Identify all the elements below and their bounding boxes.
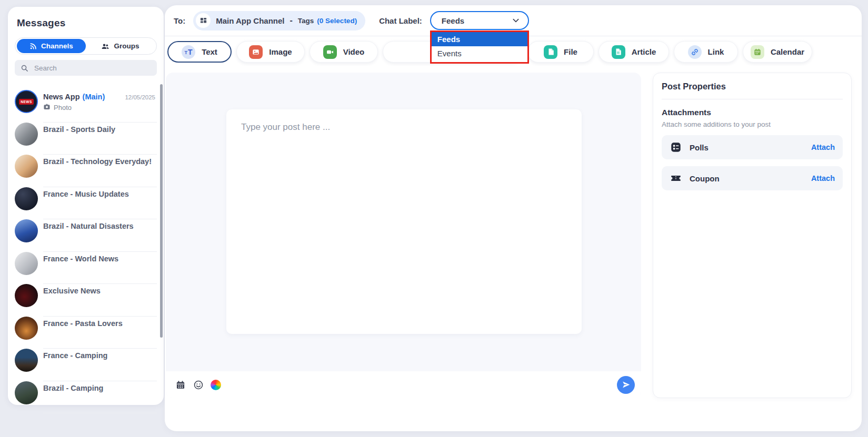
send-button[interactable] [617,376,635,394]
attachments-title: Attachments [662,108,843,117]
compose-topbar: To: Main App Channel - Tags (0 Selected)… [165,5,862,36]
tab-groups[interactable]: Groups [86,39,155,53]
channel-name: France - Camping [43,351,107,360]
channel-title-row: News App(Main)12/05/2025 [43,93,157,101]
chat-label-dropdown-menu: FeedsEvents [430,31,529,64]
send-icon [622,380,631,389]
attachment-row: PollsAttach [662,135,843,159]
coupon-icon [670,172,682,185]
search-box [15,60,157,76]
channel-title-row: Brazil - Technology Everyday! [43,157,157,166]
tab-text[interactable]: TTText [167,41,232,63]
channel-title-row: France - Camping [43,351,157,360]
post-properties-title: Post Properties [662,82,843,99]
sidebar-scrollbar[interactable] [160,84,163,338]
channel-name: France - World News [43,255,118,263]
channel-item-body: France - Music Updates [43,187,157,220]
tab-label: Link [708,47,724,56]
color-wheel-icon[interactable] [211,380,221,390]
channel-item-body: Exclusive News [43,284,157,317]
calendar-icon [751,45,764,59]
attach-button[interactable]: Attach [811,143,835,151]
file-icon [544,45,557,59]
separator: - [290,16,293,25]
channel-name: Brazil - Sports Daily [43,125,115,134]
tab-link[interactable]: Link [674,41,738,63]
camera-icon [43,103,51,112]
tab-label: File [564,47,577,56]
channel-item-body: France - Pasta Lovers [43,317,157,349]
channel-date: 12/05/2025 [125,94,157,100]
tab-file[interactable]: File [527,41,594,63]
grid-icon [196,13,211,28]
channel-suffix: (Main) [83,93,105,101]
channel-title-row: France - Music Updates [43,190,157,198]
tags-selected-count[interactable]: (0 Selected) [317,17,357,25]
image-icon [249,45,263,59]
attach-button[interactable]: Attach [811,174,835,182]
channel-list-item[interactable]: Brazil - Natural Disasters [15,219,157,252]
channel-avatar [15,381,38,404]
channel-name: Exclusive News [43,287,101,295]
channel-avatar [15,317,38,340]
tab-article[interactable]: Article [598,41,669,63]
channel-preview-text: Photo [54,104,72,111]
chat-label-label: Chat Label: [379,16,422,25]
post-text-input[interactable] [226,109,582,334]
video-icon [323,45,337,59]
channel-list-item[interactable]: France - World News [15,252,157,284]
channel-list-item[interactable]: NEWSNews App(Main)12/05/2025Photo [15,90,157,123]
channel-avatar [15,155,38,178]
channel-name: Brazil - Natural Disasters [43,222,134,230]
tab-label: Video [343,47,365,56]
tab-label: Image [269,47,292,56]
channel-title-row: France - World News [43,255,157,263]
tab-channels[interactable]: Channels [17,39,86,53]
tab-image[interactable]: Image [236,41,305,63]
tab-groups-label: Groups [114,42,139,50]
channel-avatar [15,349,38,372]
channel-name: France - Pasta Lovers [43,319,123,328]
tab-label: Calendar [771,47,804,56]
tab-calendar[interactable]: Calendar [743,41,812,63]
chat-label-value: Feeds [442,16,464,25]
article-icon [612,45,625,59]
dropdown-option-feeds[interactable]: Feeds [432,32,527,46]
channel-list: NEWSNews App(Main)12/05/2025PhotoBrazil … [15,90,157,416]
sidebar: Messages Channels Groups NEWSNews App(Ma… [8,7,164,405]
tab-video[interactable]: Video [310,41,378,63]
target-channel-pill[interactable]: Main App Channel - Tags (0 Selected) [193,11,365,31]
channel-title-row: Brazil - Natural Disasters [43,222,157,230]
channel-avatar: NEWS [15,90,38,113]
channel-item-body: Brazil - Sports Daily [43,123,157,155]
channel-name: Brazil - Camping [43,384,103,392]
channel-list-item[interactable]: Brazil - Sports Daily [15,123,157,155]
content-area: Post Properties Attachments Attach some … [166,73,852,398]
composer-toolbar [166,371,641,398]
channel-list-item[interactable]: Brazil - Technology Everyday! [15,155,157,187]
attachments-list: PollsAttachCouponAttach [662,135,843,190]
channel-item-body: News App(Main)12/05/2025Photo [43,90,157,123]
search-input[interactable] [33,64,151,73]
channel-list-item[interactable]: Exclusive News [15,284,157,317]
dropdown-option-events[interactable]: Events [432,46,527,60]
chevron-down-icon [512,16,520,25]
channel-avatar [15,219,38,242]
channel-list-item[interactable]: France - Pasta Lovers [15,317,157,349]
sidebar-title: Messages [17,17,157,29]
emoji-icon[interactable] [193,379,204,390]
channel-item-body: Brazil - Natural Disasters [43,219,157,252]
post-properties-panel: Post Properties Attachments Attach some … [653,73,852,398]
channel-title-row: Brazil - Camping [43,384,157,392]
schedule-icon[interactable] [175,379,186,390]
channel-list-item[interactable]: France - Camping [15,349,157,381]
channel-name: France - Music Updates [43,190,129,198]
channel-list-item[interactable]: Brazil - Camping [15,381,157,414]
to-label: To: [174,16,185,25]
chat-label-select-wrap: Feeds FeedsEvents [430,11,529,30]
channel-item-body: France - World News [43,252,157,284]
channel-list-item[interactable]: France - Music Updates [15,187,157,220]
attachment-label: Coupon [690,174,720,183]
chat-label-select[interactable]: Feeds [430,11,529,30]
channel-title-row: Brazil - Sports Daily [43,125,157,134]
